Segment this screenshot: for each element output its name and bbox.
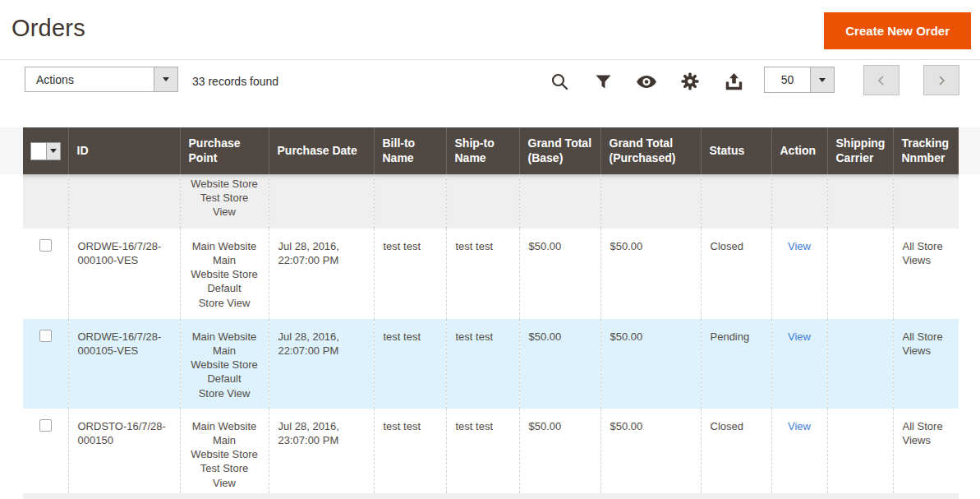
grand-total-purchased-cell: $50.00	[600, 409, 701, 493]
purchase-point-line: Website Store	[190, 177, 260, 191]
chevron-left-icon	[876, 75, 887, 86]
grid-header-row: IDPurchase PointPurchase DateBill-to Nam…	[23, 127, 959, 174]
partial-order-row: Website Store Test Store View	[23, 174, 959, 229]
shipping-carrier-cell	[827, 174, 893, 229]
actions-select[interactable]: Actions	[25, 67, 178, 92]
next-page-button[interactable]	[923, 65, 959, 95]
page-title: Orders	[12, 15, 85, 42]
column-header-id[interactable]: ID	[68, 127, 180, 174]
bill-to-cell: test test	[374, 319, 446, 409]
filter-icon	[596, 75, 611, 89]
purchase-point-line: Test Store	[190, 191, 260, 205]
purchase-point-line: Default	[190, 281, 260, 295]
column-header-bill-to-name[interactable]: Bill-to Name	[374, 127, 446, 174]
search-icon-button[interactable]	[549, 71, 570, 92]
export-icon-button[interactable]	[723, 71, 744, 92]
grand-total-purchased-cell	[600, 174, 701, 229]
bill-to-cell: test test	[374, 409, 446, 493]
ship-to-cell: test test	[446, 229, 519, 319]
checkbox-cell	[23, 229, 68, 319]
action-cell	[771, 174, 827, 229]
orders-page: Orders Create New Order Actions 33 recor…	[0, 0, 980, 499]
purchase-point-cell: Main WebsiteMainWebsite StoreDefaultStor…	[180, 319, 269, 409]
status-cell: Pending	[701, 319, 771, 409]
tracking-number-cell: All Store Views	[893, 319, 959, 409]
purchase-date-cell: Jul 28, 2016, 22:07:00 PM	[269, 319, 374, 409]
eye-columns-icon-button[interactable]	[636, 71, 657, 92]
previous-page-button[interactable]	[863, 65, 899, 95]
actions-select-value: Actions	[25, 67, 154, 91]
column-header-shipping-carrier[interactable]: Shipping Carrier	[827, 127, 893, 174]
purchase-point-line: Website Store	[190, 447, 260, 461]
grand-total-base-cell: $50.00	[519, 409, 600, 493]
purchase-date-cell: Jul 28, 2016, 23:07:00 PM	[269, 409, 374, 493]
view-order-link[interactable]: View	[788, 330, 811, 343]
column-header-status[interactable]: Status	[701, 127, 771, 174]
purchase-point-cell: Main WebsiteMainWebsite StoreTest StoreV…	[180, 409, 269, 493]
grid-body: Website Store Test Store View ORDWE-16/7	[23, 174, 959, 499]
column-header-action[interactable]: Action	[771, 127, 827, 174]
checkbox-cell	[23, 174, 68, 229]
checkbox-cell	[23, 409, 68, 493]
purchase-point-line: Main Website	[190, 330, 260, 344]
bill-to-cell	[374, 174, 446, 229]
shipping-carrier-cell	[827, 409, 893, 493]
purchase-point-line: View	[190, 205, 260, 219]
tracking-number-cell: All Store Views	[893, 229, 959, 319]
status-cell: Closed	[701, 229, 771, 319]
status-cell	[701, 174, 771, 229]
purchase-point-cell: Website Store Test Store View	[180, 174, 269, 229]
grand-total-purchased-cell: $50.00	[600, 229, 701, 319]
search-icon	[550, 72, 568, 90]
orders-grid: IDPurchase PointPurchase DateBill-to Nam…	[23, 127, 959, 499]
column-header-grand-total-purchased[interactable]: Grand Total (Purchased)	[600, 127, 701, 174]
gear-icon-button[interactable]	[679, 71, 701, 92]
column-header-tracking-nnmber[interactable]: Tracking Nnmber	[893, 127, 959, 174]
purchase-point-line: Store View	[190, 386, 260, 400]
order-row: ORDWE-16/7/28-000105-VESMain WebsiteMain…	[23, 319, 959, 409]
row-checkbox[interactable]	[39, 239, 52, 252]
row-checkbox[interactable]	[39, 419, 52, 432]
column-header-purchase-point[interactable]: Purchase Point	[180, 127, 269, 174]
next-row-partial	[23, 493, 959, 499]
chevron-down-icon[interactable]	[810, 67, 834, 92]
records-found-text: 33 records found	[192, 75, 278, 88]
ship-to-cell	[446, 174, 519, 229]
column-header-grand-total-base[interactable]: Grand Total (Base)	[519, 127, 600, 174]
purchase-point-line: Main	[190, 344, 260, 358]
column-header-purchase-date[interactable]: Purchase Date	[269, 127, 374, 174]
purchase-point-cell: Main WebsiteMainWebsite StoreDefaultStor…	[180, 229, 269, 319]
purchase-point-line: Main	[190, 253, 260, 267]
grand-total-base-cell: $50.00	[519, 229, 600, 319]
select-all-header-cell	[23, 127, 68, 174]
eye-icon	[637, 76, 656, 88]
action-cell: View	[771, 319, 827, 409]
ship-to-cell: test test	[446, 409, 519, 493]
purchase-point-line: Website Store	[190, 358, 260, 372]
grand-total-purchased-cell: $50.00	[600, 319, 701, 409]
select-all-control[interactable]	[30, 142, 61, 160]
order-row: ORDWE-16/7/28-000100-VESMain WebsiteMain…	[23, 229, 959, 319]
select-all-checkbox[interactable]	[31, 143, 46, 159]
create-new-order-button[interactable]: Create New Order	[824, 12, 971, 49]
checkbox-cell	[23, 319, 68, 409]
grid-toolbar: Actions 33 records found	[0, 61, 980, 127]
column-header-ship-to-name[interactable]: Ship-to Name	[446, 127, 519, 174]
purchase-point-line: Store View	[190, 296, 260, 310]
per-page-select[interactable]: 50	[764, 67, 835, 93]
grand-total-base-cell	[519, 174, 600, 229]
status-cell: Closed	[701, 409, 771, 493]
bill-to-cell: test test	[374, 229, 446, 319]
purchase-point-line: Default	[190, 372, 260, 386]
select-options-dropdown[interactable]	[46, 143, 60, 159]
filter-icon-button[interactable]	[592, 71, 614, 92]
chevron-down-icon[interactable]	[154, 67, 177, 91]
view-order-link[interactable]: View	[788, 420, 811, 432]
tracking-number-cell: All Store Views	[893, 409, 959, 493]
row-checkbox[interactable]	[39, 330, 52, 342]
page-header: Orders Create New Order	[0, 0, 980, 60]
purchase-point-line: View	[190, 476, 260, 490]
purchase-date-cell	[269, 174, 374, 229]
purchase-point-line: Website Store	[190, 267, 260, 281]
view-order-link[interactable]: View	[788, 240, 811, 252]
